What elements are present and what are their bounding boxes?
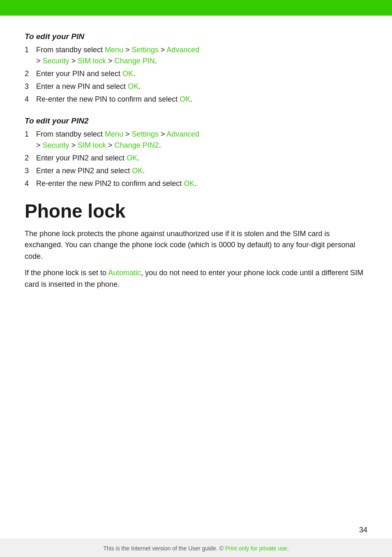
section2-steps: 1 From standby select Menu > Settings > … xyxy=(25,129,367,189)
section-edit-pin2: To edit your PIN2 1 From standby select … xyxy=(25,116,367,189)
section1-title: To edit your PIN xyxy=(25,32,367,41)
footer-text: This is the Internet version of the User… xyxy=(103,545,289,552)
advanced-link: Advanced xyxy=(166,46,199,54)
step-text: From standby select Menu > Settings > Ad… xyxy=(36,44,367,67)
section-edit-pin: To edit your PIN 1 From standby select M… xyxy=(25,32,367,105)
step-1-1: 1 From standby select Menu > Settings > … xyxy=(25,44,367,67)
phone-lock-desc2: If the phone lock is set to Automatic, y… xyxy=(25,267,367,290)
step-2-2: 2 Enter your PIN2 and select OK. xyxy=(25,153,367,164)
menu-link: Menu xyxy=(105,46,123,54)
step-text: Enter your PIN2 and select OK. xyxy=(36,153,367,164)
step-num: 3 xyxy=(25,81,36,92)
section1-steps: 1 From standby select Menu > Settings > … xyxy=(25,44,367,105)
step-2-1: 1 From standby select Menu > Settings > … xyxy=(25,129,367,151)
step-num: 3 xyxy=(25,165,36,176)
ok-link: OK xyxy=(128,82,138,91)
security-link: Security xyxy=(43,57,69,65)
phone-lock-desc1: The phone lock protects the phone agains… xyxy=(25,228,367,263)
footer: This is the Internet version of the User… xyxy=(0,539,392,557)
step-2-4: 4 Re-enter the new PIN2 to confirm and s… xyxy=(25,178,367,189)
menu-link: Menu xyxy=(105,130,123,138)
phone-lock-section: Phone lock The phone lock protects the p… xyxy=(25,201,367,290)
step-text: From standby select Menu > Settings > Ad… xyxy=(36,129,367,151)
step-1-4: 4 Re-enter the new PIN to confirm and se… xyxy=(25,94,367,105)
step-num: 2 xyxy=(25,153,36,164)
ok-link: OK xyxy=(184,179,194,188)
step-1-3: 3 Enter a new PIN and select OK. xyxy=(25,81,367,92)
footer-print-text: Print only for private use xyxy=(225,545,287,552)
page-number: 34 xyxy=(359,526,367,534)
ok-link: OK xyxy=(132,167,143,175)
simlock-link: SIM lock xyxy=(78,57,106,65)
step-num: 4 xyxy=(25,94,36,105)
top-bar xyxy=(0,0,392,16)
step-text: Re-enter the new PIN2 to confirm and sel… xyxy=(36,178,367,189)
changepin2-link: Change PIN2 xyxy=(115,141,159,149)
section2-title: To edit your PIN2 xyxy=(25,116,367,125)
step-num: 1 xyxy=(25,44,36,67)
step-text: Enter a new PIN2 and select OK. xyxy=(36,165,367,176)
step-text: Re-enter the new PIN to confirm and sele… xyxy=(36,94,367,105)
step-2-3: 3 Enter a new PIN2 and select OK. xyxy=(25,165,367,176)
automatic-link: Automatic xyxy=(108,269,141,277)
step-text: Enter a new PIN and select OK. xyxy=(36,81,367,92)
ok-link: OK xyxy=(122,70,133,78)
step-text: Enter your PIN and select OK. xyxy=(36,68,367,79)
ok-link: OK xyxy=(127,154,137,162)
security-link: Security xyxy=(43,141,69,149)
changepin-link: Change PIN xyxy=(115,57,155,65)
settings-link: Settings xyxy=(132,46,159,54)
settings-link: Settings xyxy=(132,130,159,138)
ok-link: OK xyxy=(180,95,190,103)
step-num: 1 xyxy=(25,129,36,151)
step-num: 2 xyxy=(25,68,36,79)
main-content: To edit your PIN 1 From standby select M… xyxy=(0,16,392,328)
simlock-link: SIM lock xyxy=(78,141,106,149)
step-1-2: 2 Enter your PIN and select OK. xyxy=(25,68,367,79)
advanced-link: Advanced xyxy=(166,130,199,138)
phone-lock-heading: Phone lock xyxy=(25,201,367,222)
step-num: 4 xyxy=(25,178,36,189)
